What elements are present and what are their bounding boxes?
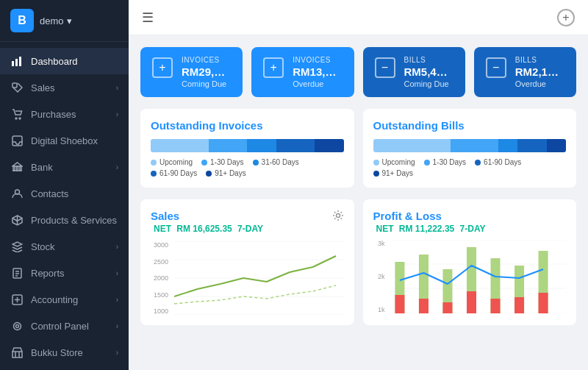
pl-period: 7-DAY <box>460 224 486 234</box>
sidebar-item-dashboard[interactable]: Dashboard <box>0 48 129 74</box>
stat-cards-row: + INVOICES RM29,318.69 Coming Due + INVO… <box>140 47 576 97</box>
legend-item-61-90: 61-90 Days <box>475 158 521 166</box>
sidebar-item-label: Reports <box>31 268 65 279</box>
control-icon <box>10 319 24 332</box>
accounting-icon <box>10 293 24 306</box>
bar-seg-91plus <box>547 139 566 152</box>
legend-label: 91+ Days <box>215 169 246 177</box>
bar-seg-91plus <box>315 139 343 152</box>
invoices-legend: Upcoming 1-30 Days 31-60 Days 61-90 Days <box>151 158 344 177</box>
legend-dot <box>373 171 379 177</box>
legend-dot <box>253 160 259 166</box>
sidebar-item-stock[interactable]: Stock › <box>0 233 129 260</box>
legend-item-91plus: 91+ Days <box>206 169 246 177</box>
svg-point-13 <box>13 322 21 330</box>
legend-label: 1-30 Days <box>210 158 244 166</box>
svg-rect-37 <box>514 297 524 313</box>
chevron-down-icon: ▾ <box>67 15 72 26</box>
stat-card-label: BILLS <box>515 56 564 64</box>
outstanding-bills-title: Outstanding Bills <box>373 119 567 132</box>
svg-point-15 <box>336 214 340 218</box>
sidebar-item-label: Bank <box>31 162 53 173</box>
bar-seg-61-90 <box>517 139 546 152</box>
legend-item-1-30: 1-30 Days <box>424 158 467 166</box>
stat-card-sublabel: Overdue <box>515 79 564 88</box>
outstanding-invoices-title: Outstanding Invoices <box>151 119 344 132</box>
sidebar-nav: Dashboard Sales › Purchases › Digital Sh… <box>0 42 129 370</box>
legend-item-1-30: 1-30 Days <box>201 158 244 166</box>
stat-card-invoices-overdue[interactable]: + INVOICES RM13,410.00 Overdue <box>251 47 354 97</box>
sidebar-item-digital-shoebox[interactable]: Digital Shoebox <box>0 127 129 154</box>
sidebar-item-label: Bukku Store <box>31 347 83 358</box>
stat-card-amount: RM29,318.69 <box>182 65 231 78</box>
stat-card-bills-due[interactable]: − BILLS RM5,403.00 Coming Due <box>363 47 465 97</box>
legend-item-upcoming: Upcoming <box>373 158 415 166</box>
y-label: 2000 <box>151 274 168 282</box>
box-icon <box>10 213 24 227</box>
stat-card-bills-overdue[interactable]: − BILLS RM2,100.00 Overdue <box>474 47 576 97</box>
chevron-right-icon: › <box>116 269 118 277</box>
y-label: 1500 <box>151 291 168 299</box>
sidebar-item-bank[interactable]: Bank › <box>0 154 129 180</box>
svg-rect-33 <box>418 299 428 313</box>
stat-card-amount: RM2,100.00 <box>515 65 564 78</box>
legend-item-31-60: 31-60 Days <box>253 158 299 166</box>
chevron-right-icon: › <box>116 163 118 171</box>
sidebar-item-control-panel[interactable]: Control Panel › <box>0 313 129 339</box>
shopping-cart-icon <box>10 107 24 121</box>
sidebar-item-purchases[interactable]: Purchases › <box>0 101 129 127</box>
svg-rect-3 <box>12 83 17 88</box>
bank-icon <box>10 160 24 174</box>
stat-card-body: BILLS RM5,403.00 Coming Due <box>404 56 453 88</box>
sales-y-axis: 3000 2500 2000 1500 1000 <box>151 241 171 315</box>
y-label: 2500 <box>151 258 168 266</box>
profit-loss-subtitle: NET RM 11,222.35 7-DAY <box>373 224 567 234</box>
svg-rect-32 <box>395 295 404 313</box>
svg-rect-9 <box>20 166 21 171</box>
stat-card-amount: RM13,410.00 <box>293 65 342 78</box>
hamburger-icon[interactable]: ☰ <box>142 10 154 26</box>
sidebar-item-products-services[interactable]: Products & Services <box>0 207 129 233</box>
sidebar-item-label: Contacts <box>31 188 68 199</box>
legend-dot <box>201 160 207 166</box>
sidebar-item-label: Purchases <box>31 109 76 120</box>
add-icon[interactable]: + <box>557 9 575 26</box>
bar-seg-1-30 <box>209 139 248 152</box>
stack-icon <box>10 240 24 253</box>
outstanding-charts-row: Outstanding Invoices Upcoming 1-30 <box>140 109 576 188</box>
legend-dot <box>206 171 212 177</box>
sidebar-item-bukku-store[interactable]: Bukku Store › <box>0 339 129 366</box>
chevron-right-icon: › <box>116 110 118 118</box>
sales-chart-title: Sales <box>151 210 263 222</box>
legend-item-upcoming: Upcoming <box>151 158 193 166</box>
legend-item-91plus: 91+ Days <box>373 169 414 177</box>
main-content: ☰ + + INVOICES RM29,318.69 Coming Due + … <box>129 0 588 370</box>
sales-amount: RM 16,625.35 <box>176 224 232 234</box>
pl-chart-area: 3k 2k 1k <box>373 240 567 313</box>
sidebar-item-label: Control Panel <box>31 321 89 332</box>
pl-y-axis: 3k 2k 1k <box>373 240 388 313</box>
svg-rect-0 <box>12 61 14 66</box>
legend-item-61-90: 61-90 Days <box>151 169 197 177</box>
stat-card-sublabel: Overdue <box>293 79 342 88</box>
sales-period: 7-DAY <box>237 224 263 234</box>
pl-amount: RM 11,222.35 <box>399 224 454 234</box>
username-label: demo <box>40 15 64 26</box>
sidebar-item-contacts[interactable]: Contacts <box>0 180 129 207</box>
sidebar-item-sales[interactable]: Sales › <box>0 74 129 101</box>
sidebar-item-label: Dashboard <box>31 56 78 67</box>
outstanding-bills-panel: Outstanding Bills Upcoming 1-30 Day <box>363 109 577 188</box>
profit-loss-title: Profit & Loss <box>373 210 567 222</box>
user-menu[interactable]: demo ▾ <box>40 15 72 26</box>
legend-label: 1-30 Days <box>433 158 467 166</box>
bar-seg-upcoming <box>373 139 451 152</box>
sidebar-item-accounting[interactable]: Accounting › <box>0 286 129 313</box>
bar-seg-31-60 <box>498 139 517 152</box>
legend-label: Upcoming <box>382 158 415 166</box>
sales-chart-panel: Sales NET RM 16,625.35 7-DAY 3000 <box>140 199 354 325</box>
gear-icon[interactable] <box>332 210 344 224</box>
stat-card-invoices-due[interactable]: + INVOICES RM29,318.69 Coming Due <box>140 47 243 97</box>
pl-bar-chart <box>391 240 567 313</box>
sales-line-chart <box>174 241 344 315</box>
sidebar-item-reports[interactable]: Reports › <box>0 260 129 286</box>
